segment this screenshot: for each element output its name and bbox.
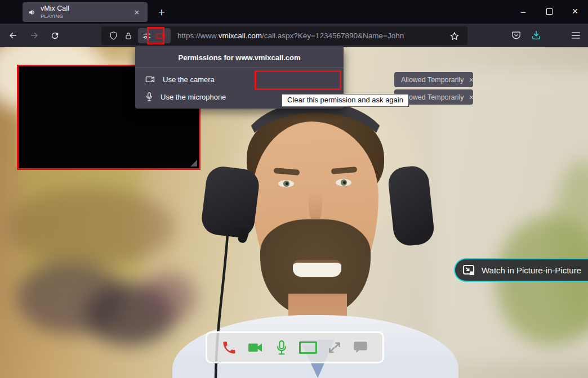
window-controls: – × — [510, 0, 588, 22]
reload-button[interactable] — [46, 27, 64, 44]
share-screen-button[interactable] — [298, 338, 318, 358]
camera-allowed-status: Allowed Temporarily — [401, 76, 464, 84]
camera-permission-icon[interactable] — [155, 32, 166, 40]
pip-label: Watch in Picture-in-Picture — [482, 266, 581, 275]
tab-bar: vMix Call PLAYING × + – × — [0, 0, 588, 24]
screen-rect-icon — [299, 341, 317, 354]
end-call-button[interactable] — [219, 338, 239, 358]
picture-in-picture-icon — [462, 264, 476, 276]
camera-permission-row: Use the camera — [135, 71, 344, 88]
tracking-protection-shield-icon[interactable] — [109, 31, 118, 40]
camera-row-icon — [145, 75, 156, 84]
forward-button[interactable] — [25, 27, 43, 44]
maximize-button[interactable] — [536, 0, 562, 22]
headset-left-earcup — [200, 165, 261, 240]
microphone-row-icon — [145, 91, 154, 102]
tab-vmix-call[interactable]: vMix Call PLAYING × — [23, 2, 148, 22]
url-text: https://www.vmixcall.com/call.aspx?Key=1… — [177, 32, 404, 40]
tab-text: vMix Call PLAYING — [41, 5, 131, 19]
url-prefix: https://www. — [177, 32, 219, 40]
panel-divider — [135, 68, 344, 68]
tab-status-playing: PLAYING — [41, 14, 131, 19]
tab-audio-playing-icon[interactable] — [28, 8, 36, 16]
hamburger-menu-icon[interactable] — [567, 27, 585, 44]
download-icon[interactable] — [527, 27, 545, 44]
permissions-panel-title: Permissions for www.vmixcall.com — [135, 46, 344, 62]
tab-close-icon[interactable]: × — [131, 6, 143, 19]
browser-window: vMix Call PLAYING × + – × — [0, 0, 588, 378]
headset-right-earcup — [387, 165, 435, 248]
url-bar[interactable]: https://www.vmixcall.com/call.aspx?Key=1… — [101, 26, 467, 45]
permission-settings-icon[interactable] — [142, 31, 152, 40]
headset-band — [239, 101, 392, 208]
chat-button[interactable] — [350, 338, 371, 358]
fullscreen-button[interactable] — [324, 338, 345, 358]
camera-allowed-temporarily-button[interactable]: Allowed Temporarily × — [394, 72, 473, 87]
lock-icon[interactable] — [124, 32, 133, 40]
permissions-chip — [138, 28, 171, 43]
back-button[interactable] — [4, 27, 22, 44]
tab-title: vMix Call — [41, 5, 131, 13]
resize-handle-icon[interactable] — [190, 160, 197, 166]
picture-in-picture-button[interactable]: Watch in Picture-in-Picture — [454, 258, 588, 282]
url-path: /call.aspx?Key=1234567890&Name=John — [262, 32, 404, 40]
caller-smile — [293, 260, 341, 277]
toolbar-right-icons — [507, 24, 588, 47]
clear-permission-tooltip: Clear this permission and ask again — [282, 94, 409, 107]
bookmark-star-icon[interactable] — [449, 31, 460, 41]
microphone-row-label: Use the microphone — [161, 93, 226, 101]
new-tab-button[interactable]: + — [153, 4, 170, 21]
clear-camera-permission-icon[interactable]: × — [469, 75, 474, 84]
close-window-button[interactable]: × — [562, 0, 588, 22]
camera-row-label: Use the camera — [163, 75, 215, 84]
clear-microphone-permission-icon[interactable]: × — [469, 93, 474, 102]
minimize-button[interactable]: – — [510, 0, 536, 22]
maximize-icon — [546, 8, 553, 15]
call-control-bar — [206, 331, 384, 363]
microphone-allowed-status: Allowed Temporarily — [401, 93, 464, 101]
camera-toggle-button[interactable] — [245, 338, 265, 358]
pocket-icon[interactable] — [507, 27, 525, 44]
url-domain: vmixcall.com — [219, 32, 262, 40]
microphone-toggle-button[interactable] — [271, 338, 292, 358]
